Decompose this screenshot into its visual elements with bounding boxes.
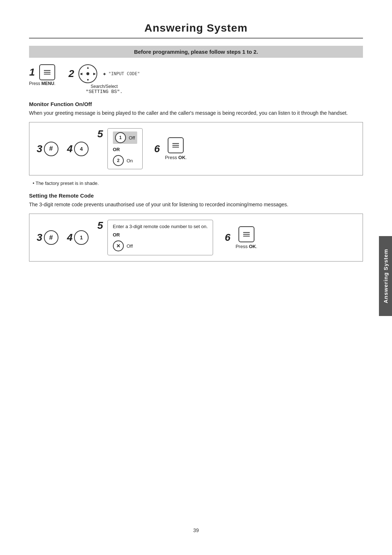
page-number: 39 [193,527,199,533]
initial-steps-row: 1 Press MENU. 2 ◀ ▶ ◆ "INPUT C [29,64,363,94]
remote-ok-menu-lines [243,232,250,236]
monitor-box-steps: 3 # 4 4 5 1 Off OR [37,128,355,169]
num4-button-icon: 4 [74,142,89,156]
remote-star-label: Off [127,243,133,249]
num2-option-icon: 2 [113,155,124,166]
option-2-label: On [127,158,133,163]
step-2-arrow-label: ◆ "INPUT CODE" [103,71,140,76]
step-1-num: 1 [29,66,35,78]
step-2-label: Search/Select "SETTING BS". [86,84,122,94]
remote-hash-icon: # [44,230,58,245]
monitor-option-2: 2 On [113,155,137,166]
menu-button-icon [39,64,55,80]
remote-num1-icon: 1 [74,230,89,245]
remote-code-box-steps: 3 # 4 1 5 Enter a 3-digit remote code nu… [37,220,355,255]
remote-step5: 5 Enter a 3-digit remote code number to … [97,220,216,255]
remote-star-option: ✕ Off [113,240,208,251]
monitor-or-label: OR [113,147,137,152]
remote-step6: 6 Press OK. [225,226,257,249]
monitor-step5: 5 1 Off OR 2 On [97,128,146,169]
remote-code-body: The 3-digit remote code prevents unautho… [29,201,363,208]
monitor-step4: 4 4 [67,142,89,156]
remote-press-ok-group: Press OK. [236,226,257,249]
monitor-section-body: When your greeting message is being play… [29,109,363,117]
monitor-option-1: 1 Off [113,131,137,144]
pre-steps-text: Before programming, please follow steps … [134,49,258,55]
monitor-step6: 6 Press OK. [154,137,187,160]
ok-menu-lines [172,143,179,147]
option-1-label: Off [129,135,135,141]
enter-code-text: Enter a 3-digit remote code number to se… [113,224,208,229]
menu-lines-icon [44,70,50,74]
side-tab: Answering System [379,236,392,316]
step-1-group: 1 Press MENU. [29,64,56,86]
factory-preset-note: • The factory preset is in shade. [33,181,363,186]
monitor-instruction-box: 3 # 4 4 5 1 Off OR [29,122,363,175]
step-2-group: 2 ◀ ▶ ◆ "INPUT CODE" Search/Select "SETT… [69,64,140,94]
page-title: Answering System [29,22,363,39]
num1-option-icon: 1 [115,132,126,143]
monitor-press-ok-label: Press OK. [165,155,187,160]
remote-step3: 3 # [37,230,58,245]
star-button-icon: ✕ [113,240,124,251]
remote-press-ok-label: Press OK. [236,244,257,249]
nav-circle-icon: ◀ ▶ [78,64,97,83]
remote-step4: 4 1 [67,230,89,245]
monitor-section-heading: Monitor Function On/Off [29,101,363,107]
hash-button-icon: # [44,142,58,156]
page-container: Answering System Before programming, ple… [0,0,392,555]
ok-button-icon [168,137,184,153]
remote-code-instruction-box: 3 # 4 1 5 Enter a 3-digit remote code nu… [29,214,363,262]
monitor-press-ok-group: Press OK. [165,137,187,160]
step-1-label: Press MENU. [29,81,56,86]
pre-steps-banner: Before programming, please follow steps … [29,46,363,58]
monitor-step3: 3 # [37,142,58,156]
step-2-num: 2 [69,68,74,80]
remote-enter-code-box: Enter a 3-digit remote code number to se… [107,220,213,255]
remote-or-label: OR [113,232,208,238]
monitor-options-bracket: 1 Off OR 2 On [107,128,143,169]
remote-code-heading: Setting the Remote Code [29,193,363,199]
remote-ok-button-icon [238,226,254,242]
